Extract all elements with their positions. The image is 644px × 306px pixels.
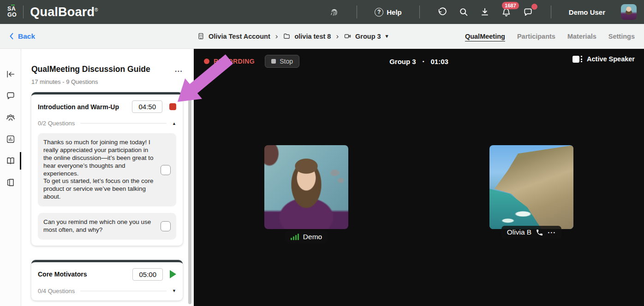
- participant-name: Demo: [303, 233, 322, 241]
- question-card: Can you remind me which one you use most…: [38, 213, 176, 240]
- notification-count-badge: 1687: [502, 2, 519, 9]
- question-checkbox[interactable]: [161, 221, 171, 231]
- notifications-bell-icon[interactable]: 1687: [501, 7, 512, 18]
- active-speaker-toggle[interactable]: Active Speaker: [572, 55, 635, 63]
- tab-qualmeeting[interactable]: QualMeeting: [465, 33, 505, 40]
- section-timer[interactable]: 04:50: [132, 100, 162, 113]
- video-stage: RECORDING Stop Group 3 • 01:03 Active Sp…: [194, 49, 644, 306]
- help-label: Help: [387, 8, 402, 16]
- active-speaker-label: Active Speaker: [587, 55, 635, 63]
- breadcrumb-project-label: olivia test 8: [294, 33, 331, 40]
- question-text: Thanks so much for joining me today! I r…: [43, 139, 156, 201]
- meeting-group-label: Group 3: [389, 58, 416, 65]
- header-divider: [419, 6, 420, 18]
- breadcrumb: Olivia Test Account › olivia test 8 › Gr…: [197, 32, 388, 41]
- guide-overflow-menu[interactable]: ...: [175, 65, 183, 73]
- registered-mark: ®: [95, 7, 98, 12]
- participants-panel-icon[interactable]: [6, 112, 16, 123]
- section-title: Core Motivators: [38, 271, 132, 278]
- tab-materials[interactable]: Materials: [567, 33, 596, 40]
- sago-logo[interactable]: SA GO: [7, 6, 17, 18]
- download-icon[interactable]: [480, 7, 490, 17]
- section-title: Introduction and Warm-Up: [38, 103, 132, 111]
- user-avatar[interactable]: [621, 4, 637, 20]
- help-button[interactable]: ? Help: [375, 8, 402, 17]
- breadcrumb-separator: ›: [336, 32, 339, 41]
- messages-icon[interactable]: [523, 7, 533, 18]
- breadcrumb-group-dropdown[interactable]: Group 3 ▾: [344, 32, 388, 40]
- section-progress: 0/4 Questions: [38, 288, 75, 294]
- participant-nameplate-olivia-b: Olivia B ···: [501, 226, 561, 239]
- icon-rail: [0, 49, 21, 306]
- question-text: Can you remind me which one you use most…: [43, 218, 156, 234]
- chat-panel-icon[interactable]: [6, 91, 16, 101]
- breadcrumb-account-label: Olivia Test Account: [209, 33, 270, 40]
- tab-settings[interactable]: Settings: [608, 33, 635, 40]
- question-card: Thanks so much for joining me today! I r…: [38, 133, 176, 206]
- brand-text: QualBoard: [30, 5, 95, 19]
- collapse-caret-icon[interactable]: ▲: [172, 121, 176, 126]
- guide-title: QualMeeting Discussion Guide: [31, 65, 175, 74]
- messages-unread-dot: [531, 4, 537, 10]
- separator-dot: •: [423, 59, 424, 64]
- help-icon: ?: [375, 8, 383, 17]
- section-stop-button[interactable]: [169, 103, 176, 110]
- collapse-panel-icon[interactable]: [6, 69, 16, 79]
- app-header: SA GO QualBoard® ? Help: [0, 0, 644, 24]
- breadcrumb-project[interactable]: olivia test 8: [283, 32, 331, 40]
- poll-results-icon[interactable]: [6, 134, 16, 144]
- section-timer[interactable]: 05:00: [132, 268, 163, 281]
- section-progress: 0/2 Questions: [38, 120, 75, 127]
- building-icon: [197, 32, 205, 40]
- question-checkbox[interactable]: [161, 165, 171, 175]
- participant-video-demo[interactable]: [264, 145, 348, 229]
- discussion-guide-panel: QualMeeting Discussion Guide ... 17 minu…: [21, 49, 194, 306]
- header-divider: [551, 6, 551, 18]
- discussion-guide-icon[interactable]: [6, 156, 16, 166]
- progress-divider: [80, 123, 167, 124]
- phone-icon[interactable]: [536, 229, 543, 236]
- participant-nameplate-demo: Demo: [285, 230, 328, 243]
- search-icon[interactable]: [459, 7, 469, 17]
- elapsed-time: 01:03: [431, 58, 448, 65]
- participant-name: Olivia B: [507, 228, 531, 236]
- qualboard-brand[interactable]: QualBoard®: [30, 5, 98, 19]
- participant-video-olivia-b[interactable]: [489, 145, 573, 229]
- breadcrumb-group-label: Group 3: [355, 33, 381, 40]
- breadcrumb-bar: Back Olivia Test Account › olivia test 8…: [0, 24, 644, 49]
- guide-section-intro: Introduction and Warm-Up 04:50 0/2 Quest…: [31, 92, 183, 246]
- qualboard-app: SA GO QualBoard® ? Help: [0, 0, 644, 306]
- panel-scrollbar[interactable]: [188, 90, 191, 304]
- sago-logo-accent: [11, 5, 15, 6]
- exit-meeting-icon[interactable]: [6, 177, 16, 188]
- section-play-button[interactable]: [170, 270, 176, 278]
- breadcrumb-separator: ›: [275, 32, 278, 41]
- back-button[interactable]: Back: [9, 32, 35, 41]
- section-tabs: QualMeeting Participants Materials Setti…: [465, 33, 635, 40]
- video-camera-icon: [344, 32, 352, 40]
- header-divider: [23, 6, 24, 18]
- guide-subtitle: 17 minutes - 9 Questions: [31, 78, 183, 85]
- back-chevron-icon: [9, 33, 14, 40]
- back-label: Back: [18, 32, 35, 41]
- fingerprint-icon[interactable]: [329, 7, 339, 17]
- participant-more-menu[interactable]: ···: [548, 229, 556, 236]
- progress-divider: [80, 291, 167, 291]
- active-speaker-layout-icon: [572, 56, 582, 63]
- expand-caret-icon[interactable]: ▼: [172, 288, 176, 293]
- header-divider: [357, 6, 357, 18]
- tab-participants[interactable]: Participants: [517, 33, 555, 40]
- user-name[interactable]: Demo User: [569, 8, 605, 16]
- dropdown-caret-icon: ▾: [386, 33, 388, 39]
- undo-icon[interactable]: [437, 7, 447, 17]
- breadcrumb-account[interactable]: Olivia Test Account: [197, 32, 270, 40]
- guide-section-core-motivators: Core Motivators 05:00 0/4 Questions ▼: [31, 260, 183, 300]
- sago-logo-line2: GO: [7, 12, 17, 18]
- folder-icon: [283, 32, 291, 40]
- signal-strength-icon: [291, 234, 299, 240]
